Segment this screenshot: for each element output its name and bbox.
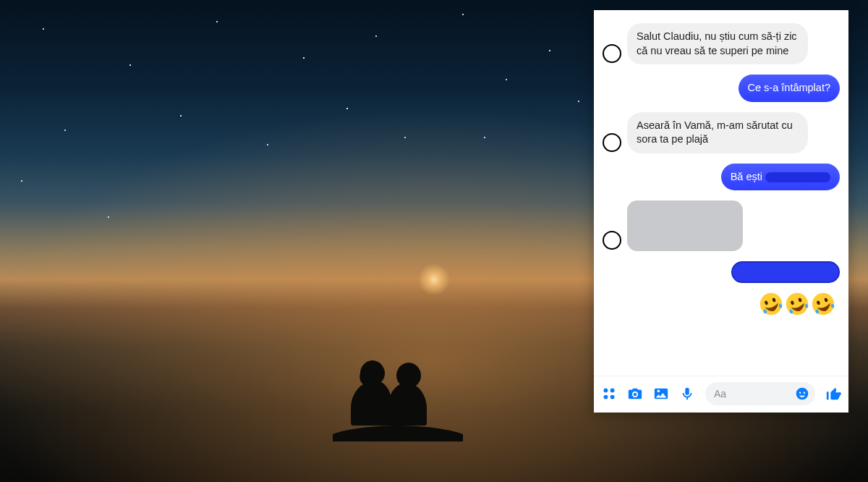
svg-point-11 — [603, 395, 608, 399]
message-bubble-incoming-redacted[interactable] — [627, 200, 743, 251]
message-bubble-outgoing-redacted[interactable] — [731, 261, 840, 283]
microphone-icon[interactable] — [679, 386, 695, 402]
svg-point-10 — [610, 388, 615, 392]
messages-scroll[interactable]: Salut Claudiu, nu știu cum să-ți zic că … — [594, 10, 848, 376]
message-bubble-outgoing-partially-redacted[interactable]: Bă ești — [721, 164, 840, 191]
messenger-chat-panel: Salut Claudiu, nu știu cum să-ți zic că … — [594, 10, 848, 413]
message-input[interactable]: Aa — [705, 382, 815, 405]
rofl-emoji-icon — [811, 292, 835, 316]
message-row: Aseară în Vamă, m-am sărutat cu sora ta … — [603, 112, 840, 153]
message-row: Ce s-a întâmplat? — [603, 75, 840, 102]
message-input-placeholder: Aa — [714, 388, 795, 399]
reaction-row — [603, 292, 840, 316]
message-row: Bă ești — [603, 164, 840, 191]
message-row — [603, 200, 840, 251]
camera-icon[interactable] — [627, 386, 643, 402]
like-icon[interactable] — [825, 386, 841, 402]
message-bubble-outgoing[interactable]: Ce s-a întâmplat? — [739, 75, 840, 102]
background-night-beach: Salut Claudiu, nu știu cum să-ți zic că … — [0, 0, 868, 482]
message-bubble-incoming[interactable]: Aseară în Vamă, m-am sărutat cu sora ta … — [627, 112, 808, 153]
message-text-fragment: Bă ești — [731, 171, 762, 182]
avatar[interactable] — [603, 133, 621, 152]
rofl-emoji-icon — [759, 292, 783, 316]
silhouette-two-people — [326, 340, 470, 441]
redacted-span — [765, 172, 830, 182]
emoji-picker-icon[interactable] — [795, 386, 809, 401]
image-icon[interactable] — [653, 386, 669, 402]
message-bubble-incoming[interactable]: Salut Claudiu, nu știu cum să-ți zic că … — [627, 23, 808, 64]
svg-point-9 — [603, 388, 608, 392]
apps-icon[interactable] — [601, 386, 617, 402]
rofl-emoji-icon — [785, 292, 809, 316]
message-row: Salut Claudiu, nu știu cum să-ți zic că … — [603, 23, 840, 64]
message-row — [603, 261, 840, 283]
svg-point-12 — [610, 395, 615, 399]
composer-bar: Aa — [594, 376, 848, 413]
avatar[interactable] — [603, 44, 621, 63]
avatar[interactable] — [603, 231, 621, 250]
